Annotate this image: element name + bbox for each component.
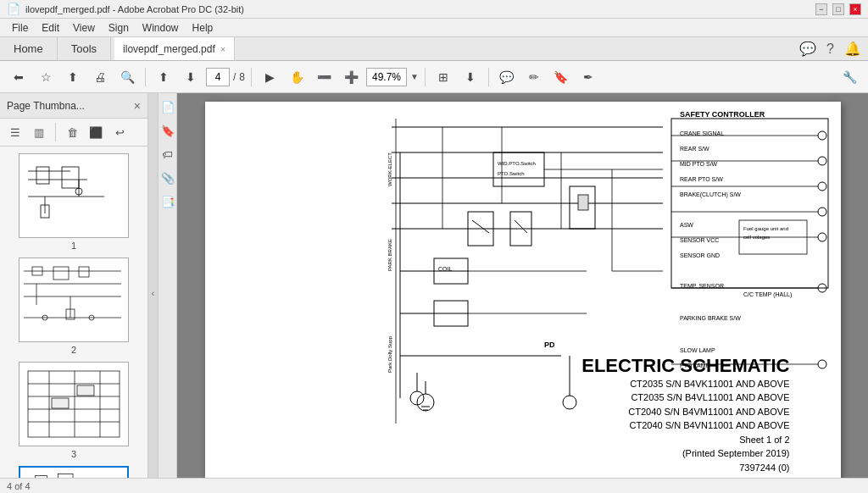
sidebar-extract-btn[interactable]: ⬛	[86, 122, 106, 142]
window-title: ilovepdf_merged.pdf - Adobe Acrobat Pro …	[25, 4, 244, 14]
chat-icon[interactable]: 💬	[799, 41, 816, 57]
sidebar-rotate-btn[interactable]: ↩	[109, 122, 130, 142]
thumbnail-1[interactable]: 1	[5, 153, 142, 251]
sidebar-toolbar: ☰ ▥ 🗑 ⬛ ↩	[0, 119, 147, 147]
thumb-img-3[interactable]	[19, 362, 129, 446]
svg-rect-33	[77, 385, 94, 396]
pdf-line4: CT2040 S/N B4VN11001 AND ABOVE	[581, 418, 789, 433]
svg-text:PD: PD	[544, 341, 555, 349]
svg-text:SLOW LAMP: SLOW LAMP	[680, 347, 715, 353]
hand-tool[interactable]: ✋	[285, 65, 309, 89]
sidebar-title: Page Thumbna...	[7, 100, 85, 112]
sidebar-delete-btn[interactable]: 🗑	[62, 122, 82, 142]
draw-button[interactable]: ✏	[522, 65, 546, 89]
sidebar: Page Thumbna... × ☰ ▥ 🗑 ⬛ ↩	[0, 93, 148, 493]
thumb-label-1: 1	[71, 241, 76, 251]
title-bar-left: 📄 ilovepdf_merged.pdf - Adobe Acrobat Pr…	[7, 3, 244, 15]
pdf-printed: (Printed September 2019)	[581, 446, 789, 461]
svg-text:MID PTO S/W: MID PTO S/W	[680, 161, 718, 167]
pdf-area: SAFETY CONTROLLER CRANE SIGNAL REAR S/W …	[177, 93, 868, 493]
page-sep: /	[233, 71, 236, 83]
sidebar-collapse-handle[interactable]: ‹	[148, 93, 159, 493]
print-button[interactable]: 🖨	[88, 65, 112, 89]
zoom-dropdown[interactable]: ▼	[410, 72, 419, 81]
close-button[interactable]: ×	[849, 3, 861, 15]
download-button[interactable]: ⬇	[459, 65, 482, 89]
svg-text:BRAKE(CLUTCH) S/W: BRAKE(CLUTCH) S/W	[680, 191, 741, 198]
thumbnail-2[interactable]: 2	[5, 258, 142, 355]
notification-icon[interactable]: 🔔	[844, 41, 861, 57]
main-area: Page Thumbna... × ☰ ▥ 🗑 ⬛ ↩	[0, 93, 868, 493]
stamp-button[interactable]: 🔖	[549, 65, 573, 89]
svg-text:cell volages: cell volages	[743, 235, 770, 240]
menu-help[interactable]: Help	[186, 20, 220, 36]
nav-tab-home[interactable]: Home	[0, 37, 58, 60]
sidebar-close-button[interactable]: ×	[134, 99, 141, 113]
svg-text:PTO.Switch: PTO.Switch	[498, 171, 525, 176]
maximize-button[interactable]: □	[832, 3, 844, 15]
edit-button[interactable]: ✒	[576, 65, 600, 89]
toolbar: ⬅ ☆ ⬆ 🖨 🔍 ⬆ ⬇ / 8 ▶ ✋ ➖ ➕ ▼ ⊞ ⬇ 💬 ✏ 🔖 ✒ …	[0, 61, 868, 93]
menu-view[interactable]: View	[66, 20, 102, 36]
tabs-right-icons: 💬 ? 🔔	[799, 37, 868, 60]
svg-text:SAFETY CONTROLLER: SAFETY CONTROLLER	[680, 110, 765, 119]
help-icon[interactable]: ?	[826, 42, 834, 57]
svg-rect-32	[52, 398, 69, 408]
pdf-page: SAFETY CONTROLLER CRANE SIGNAL REAR S/W …	[205, 102, 841, 491]
total-pages: 8	[239, 71, 245, 83]
layers-icon[interactable]: 📑	[159, 193, 176, 210]
svg-text:WORK-ELECT.: WORK-ELECT.	[387, 152, 392, 186]
svg-text:REAR PTO S/W: REAR PTO S/W	[680, 176, 723, 182]
status-text: 4 of 4	[7, 481, 31, 491]
thumb-img-2[interactable]	[19, 258, 129, 342]
next-page-button[interactable]: ⬇	[179, 65, 203, 89]
sidebar-grid-btn[interactable]: ▥	[29, 122, 49, 142]
search-button[interactable]: 🔍	[115, 65, 139, 89]
side-sep	[55, 123, 56, 141]
page-number-input[interactable]	[206, 68, 230, 86]
nav-tab-tools[interactable]: Tools	[58, 37, 111, 60]
pages-icon[interactable]: 📄	[159, 98, 176, 115]
minimize-button[interactable]: −	[815, 3, 827, 15]
thumb-img-1[interactable]	[19, 153, 129, 238]
star-button[interactable]: ☆	[34, 65, 58, 89]
svg-text:SENSOR VCC: SENSOR VCC	[680, 237, 719, 243]
menu-file[interactable]: File	[5, 20, 35, 36]
back-button[interactable]: ⬅	[7, 65, 31, 89]
sep3	[425, 68, 426, 86]
zoom-input[interactable]	[366, 68, 407, 86]
pdf-subtitle: CT2035 S/N B4VK11001 AND ABOVE CT2035 S/…	[581, 377, 789, 475]
svg-text:COIL: COIL	[438, 266, 452, 272]
select-tool[interactable]: ▶	[258, 65, 281, 89]
prev-page-button[interactable]: ⬆	[152, 65, 175, 89]
pdf-part-num: 7397244 (0)	[581, 461, 789, 475]
pdf-line3: CT2040 S/N B4VM11001 AND ABOVE	[581, 405, 789, 419]
zoom-out-button[interactable]: ➖	[312, 65, 336, 89]
tags-icon[interactable]: 🏷	[159, 146, 176, 163]
bookmarks-icon[interactable]: 🔖	[159, 122, 176, 139]
pdf-line1: CT2035 S/N B4VK11001 AND ABOVE	[581, 377, 789, 391]
svg-rect-79	[578, 195, 588, 210]
thumbnails-area: 1	[0, 147, 147, 493]
window-controls[interactable]: − □ ×	[815, 3, 861, 15]
sidebar-view-btn[interactable]: ☰	[5, 122, 25, 142]
pdf-main-title: ELECTRIC SCHEMATIC	[581, 355, 789, 377]
attachments-icon[interactable]: 📎	[159, 169, 176, 186]
menu-window[interactable]: Window	[136, 20, 186, 36]
svg-text:ASW: ASW	[680, 222, 693, 228]
comment-button[interactable]: 💬	[495, 65, 519, 89]
pdf-line2: CT2035 S/N B4VL11001 AND ABOVE	[581, 391, 789, 405]
thumbnail-3[interactable]: 3	[5, 362, 142, 459]
svg-text:SENSOR GND: SENSOR GND	[680, 252, 720, 258]
svg-text:PARK BRAKE: PARK BRAKE	[387, 239, 392, 271]
doc-tab-close[interactable]: ×	[220, 44, 225, 54]
fit-page-button[interactable]: ⊞	[431, 65, 455, 89]
zoom-in-button[interactable]: ➕	[339, 65, 363, 89]
menu-edit[interactable]: Edit	[35, 20, 66, 36]
upload-button[interactable]: ⬆	[61, 65, 85, 89]
doc-tab[interactable]: ilovepdf_merged.pdf ×	[114, 37, 235, 60]
svg-text:PARKING BRAKE S/W: PARKING BRAKE S/W	[680, 315, 741, 321]
menu-sign[interactable]: Sign	[102, 20, 136, 36]
sidebar-header: Page Thumbna... ×	[0, 93, 147, 119]
more-tools-button[interactable]: 🔧	[837, 65, 861, 89]
